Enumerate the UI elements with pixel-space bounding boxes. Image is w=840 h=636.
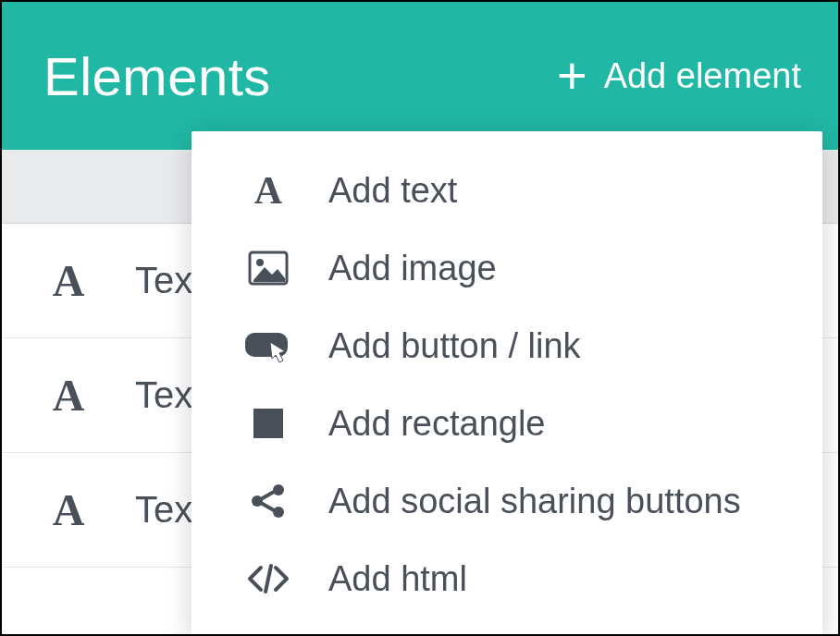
plus-icon: + xyxy=(557,50,587,102)
svg-point-1 xyxy=(256,259,264,266)
add-element-dropdown: A Add text Add image Add button / link xyxy=(191,131,822,636)
dropdown-item-add-rectangle[interactable]: Add rectangle xyxy=(191,385,822,462)
svg-line-9 xyxy=(266,566,271,592)
text-icon: A xyxy=(243,168,293,213)
text-icon: A xyxy=(48,484,89,535)
rectangle-icon xyxy=(243,401,293,446)
dropdown-item-label: Add button / link xyxy=(328,326,581,366)
dropdown-item-label: Add image xyxy=(328,249,497,288)
svg-rect-3 xyxy=(253,409,283,438)
add-element-button[interactable]: + Add element xyxy=(557,50,801,102)
svg-point-6 xyxy=(273,507,284,518)
dropdown-item-label: Add html xyxy=(328,559,467,599)
dropdown-item-label: Add text xyxy=(328,171,457,211)
dropdown-item-add-html[interactable]: Add html xyxy=(191,540,822,618)
svg-line-7 xyxy=(261,492,274,499)
button-icon xyxy=(243,324,293,368)
image-icon xyxy=(243,246,293,290)
dropdown-item-add-social[interactable]: Add social sharing buttons xyxy=(191,462,822,540)
list-item-label: Tex xyxy=(135,260,192,301)
list-item-label: Tex xyxy=(135,374,192,416)
panel-header: Elements + Add element xyxy=(2,2,838,150)
dropdown-item-add-button[interactable]: Add button / link xyxy=(191,307,822,385)
svg-rect-2 xyxy=(245,333,288,357)
text-icon: A xyxy=(48,370,89,421)
share-icon xyxy=(243,479,293,523)
list-item-label: Tex xyxy=(135,489,192,531)
add-element-label: Add element xyxy=(604,56,801,96)
dropdown-item-label: Add social sharing buttons xyxy=(328,482,741,521)
svg-point-4 xyxy=(273,484,284,495)
dropdown-item-label: Add rectangle xyxy=(328,404,546,444)
text-icon: A xyxy=(48,255,89,306)
panel-title: Elements xyxy=(43,45,271,107)
dropdown-item-add-image[interactable]: Add image xyxy=(191,229,822,307)
dropdown-item-add-text[interactable]: A Add text xyxy=(191,152,822,229)
html-icon xyxy=(243,556,293,601)
svg-line-8 xyxy=(261,503,274,510)
